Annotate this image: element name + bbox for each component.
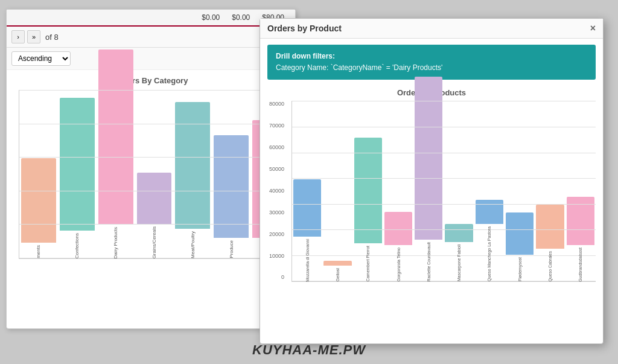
fg-bar	[354, 138, 382, 243]
fg-bar	[445, 224, 473, 242]
bar	[214, 135, 249, 238]
fg-bar-label: Raclette Courdavault	[427, 242, 431, 281]
fg-bar-label: Camembert Pierrot	[366, 246, 370, 281]
value-2: $0.00	[232, 13, 250, 22]
fg-bar-label: Mozzarella di Giovanni	[305, 239, 310, 282]
fg-bar-group: Camembert Pierrot	[353, 138, 383, 281]
fg-bar-group: Queso Cabrales	[535, 205, 565, 282]
bg-window: $0.00 $0.00 $80.00 › » of 8 Ascending De…	[6, 9, 296, 329]
bg-chart-container: Orders By Category mentsConfectionsDairy…	[7, 70, 295, 316]
fg-chart-container: Order by Products 8000070000600005000040…	[260, 86, 603, 332]
of-text: of 8	[45, 33, 59, 42]
value-1: $0.00	[202, 13, 220, 22]
close-btn[interactable]: ×	[590, 24, 596, 33]
bar	[137, 173, 172, 224]
fg-bar	[567, 197, 594, 245]
fg-bar-group: Geitost	[322, 261, 352, 281]
y-axis-label: 60000	[269, 144, 284, 150]
fg-bar	[476, 200, 503, 224]
bar-group: Confections	[58, 98, 97, 258]
bg-toolbar: $0.00 $0.00 $80.00	[7, 10, 295, 27]
sort-row: Ascending Descending	[7, 48, 295, 70]
bar-label: Confections	[74, 233, 80, 258]
bar-label: Produce	[229, 240, 234, 258]
bar	[175, 102, 210, 229]
y-axis: 8000070000600005000040000300002000010000…	[269, 101, 284, 281]
fg-chart-wrapper: 8000070000600005000040000300002000010000…	[291, 101, 596, 282]
bar-label: Grains/Cereals	[151, 226, 157, 258]
bg-bar-chart: mentsConfectionsDairy ProductsGrains/Cer…	[19, 90, 289, 259]
fg-bar	[384, 212, 412, 245]
bar	[60, 98, 95, 231]
pagination-row: › » of 8	[7, 27, 295, 48]
fg-bar-group: Mascarpone Fabioli	[444, 224, 474, 281]
y-axis-label: 20000	[269, 231, 284, 237]
last-btn[interactable]: »	[27, 30, 40, 43]
fg-bar-chart: 8000070000600005000040000300002000010000…	[291, 101, 596, 282]
bar-group: Produce	[212, 135, 250, 258]
fg-bar	[323, 261, 351, 266]
bar-label: Meat/Poultry	[190, 231, 196, 258]
fg-bar-label: Gudbrandsdalsost	[578, 247, 582, 282]
y-axis-label: 80000	[269, 101, 284, 107]
bar	[98, 49, 133, 225]
sort-select[interactable]: Ascending Descending	[11, 51, 71, 66]
watermark: KUYHAA-ME.PW	[252, 342, 366, 358]
bar-group: Dairy Products	[97, 49, 135, 258]
fg-header: Orders by Product ×	[260, 19, 603, 39]
y-axis-label: 50000	[269, 166, 284, 172]
y-axis-label: 0	[269, 274, 284, 280]
fg-bar-label: Queso Cabrales	[548, 251, 552, 282]
fg-bar-label: Gorgonzola Telino	[397, 247, 401, 281]
fg-title: Orders by Product	[267, 24, 342, 33]
fg-bar-label: Geitost	[336, 268, 340, 281]
fg-bar-group: Raclette Courdavault	[413, 77, 444, 281]
fg-window: Orders by Product × Drill down filters: …	[260, 18, 604, 344]
fg-bar-group: Flødemysost	[505, 212, 535, 281]
fg-bar	[506, 212, 534, 255]
y-axis-label: 70000	[269, 123, 284, 129]
y-axis-label: 10000	[269, 253, 284, 259]
fg-bar-label: Flødemysost	[518, 257, 522, 281]
y-axis-label: 30000	[269, 209, 284, 216]
fg-bar-group: Gorgonzola Telino	[383, 212, 413, 281]
bar-label: Dairy Products	[113, 227, 118, 258]
filter-banner: Drill down filters: Category Name: `Cate…	[267, 45, 596, 80]
bar-group: ments	[19, 158, 58, 258]
bar	[21, 158, 56, 243]
filter-line1: Drill down filters:	[276, 51, 587, 62]
bar-label: ments	[36, 245, 41, 258]
fg-bar-label: Mascarpone Fabioli	[457, 244, 461, 281]
fg-bar	[293, 179, 321, 237]
bar-group: Grains/Cereals	[135, 173, 174, 258]
bar-group: Meat/Poultry	[173, 102, 212, 258]
prev-btn[interactable]: ›	[11, 30, 25, 43]
filter-line2: Category Name: `CategoryName` = 'Dairy P…	[276, 62, 587, 74]
fg-bar-group: Mozzarella di Giovanni	[292, 179, 322, 282]
bg-chart-title: Orders By Category	[13, 76, 289, 85]
fg-bar	[536, 205, 564, 249]
fg-bar	[415, 77, 442, 240]
fg-bar-label: Queso Manchego La Pastora	[487, 226, 491, 281]
fg-bar-group: Gudbrandsdalsost	[565, 197, 596, 282]
y-axis-label: 40000	[269, 188, 284, 194]
fg-bar-group: Queso Manchego La Pastora	[474, 200, 505, 281]
